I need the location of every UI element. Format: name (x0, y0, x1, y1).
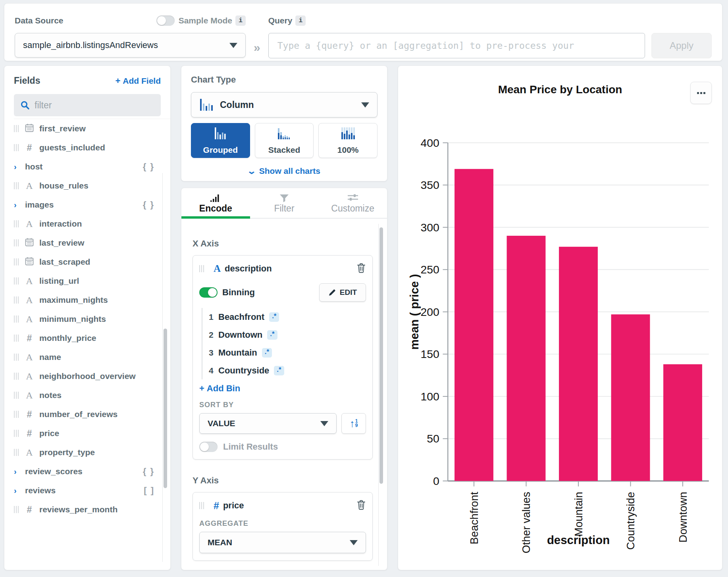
bar-mountain[interactable] (559, 247, 598, 481)
date-type-icon (23, 123, 35, 134)
bin-item-mountain[interactable]: 3Mountain.* (209, 344, 366, 362)
field-item-last_review[interactable]: last_review (14, 233, 170, 252)
data-source-select[interactable]: sample_airbnb.listingsAndReviews (15, 33, 246, 58)
tab-filter[interactable]: Filter (250, 188, 319, 218)
field-item-property_type[interactable]: Aproperty_type (14, 443, 170, 462)
query-input[interactable] (268, 33, 645, 58)
svg-text:150: 150 (420, 348, 439, 360)
drag-handle[interactable] (14, 373, 19, 380)
svg-text:Mountain: Mountain (572, 492, 585, 537)
chevron-right-icon[interactable]: › (14, 486, 19, 495)
field-item-reviews[interactable]: ›reviews[ ] (14, 481, 170, 500)
drag-handle[interactable] (14, 506, 19, 513)
pencil-icon (328, 288, 336, 296)
tab-encode[interactable]: Encode (181, 188, 250, 218)
chevron-right-icon[interactable]: › (14, 200, 19, 210)
field-item-price[interactable]: #price (14, 424, 170, 443)
drag-handle[interactable] (14, 239, 19, 246)
field-item-guests_included[interactable]: #guests_included (14, 138, 170, 157)
edit-bins-button[interactable]: EDIT (319, 283, 366, 302)
drag-handle[interactable] (14, 296, 19, 304)
field-filter-box[interactable] (14, 94, 161, 116)
field-item-minimum_nights[interactable]: Aminimum_nights (14, 310, 170, 329)
sort-order-button[interactable]: ↑ 19 (341, 413, 366, 434)
x-axis-field-name: description (225, 263, 272, 274)
bin-item-countryside[interactable]: 4Countryside.* (209, 362, 366, 379)
drag-handle[interactable] (14, 392, 19, 399)
drag-handle[interactable] (14, 354, 19, 361)
drag-handle[interactable] (14, 335, 19, 342)
chevron-down-icon: ⌄ (247, 166, 257, 176)
field-item-host[interactable]: ›host{ } (14, 157, 170, 176)
field-item-interaction[interactable]: Ainteraction (14, 214, 170, 233)
field-item-neighborhood_overview[interactable]: Aneighborhood_overview (14, 367, 170, 386)
bin-item-downtown[interactable]: 2Downtown.* (209, 326, 366, 344)
add-bin-button[interactable]: +Add Bin (199, 383, 240, 394)
drag-handle[interactable] (14, 315, 19, 323)
variant-100pct-button[interactable]: 100% (318, 123, 377, 158)
variant-stacked-button[interactable]: Stacked (255, 123, 314, 158)
x-axis-title: X Axis (193, 238, 373, 249)
limit-results-toggle[interactable] (199, 442, 218, 452)
field-item-listing_url[interactable]: Alisting_url (14, 271, 170, 290)
chevron-right-icon[interactable]: › (14, 467, 19, 476)
field-item-last_scraped[interactable]: last_scraped (14, 252, 170, 271)
drag-handle[interactable] (199, 502, 204, 509)
svg-text:Downtown: Downtown (677, 492, 689, 542)
field-item-reviews_per_month[interactable]: #reviews_per_month (14, 500, 170, 519)
bar-downtown[interactable] (663, 364, 702, 481)
customize-tab-icon (318, 193, 387, 202)
show-all-charts-link[interactable]: ⌄Show all charts (248, 166, 320, 175)
trash-icon[interactable] (356, 500, 366, 512)
array-brackets-icon: [ ] (144, 485, 154, 496)
field-name: guests_included (39, 143, 105, 152)
drag-handle[interactable] (14, 144, 19, 151)
field-item-monthly_price[interactable]: #monthly_price (14, 329, 170, 348)
encode-tab-icon (181, 193, 250, 202)
sample-mode-toggle[interactable] (156, 15, 175, 26)
info-icon[interactable]: i (235, 15, 246, 26)
field-name: neighborhood_overview (39, 371, 136, 381)
drag-handle[interactable] (14, 182, 19, 189)
drag-handle[interactable] (14, 125, 19, 132)
bar-countryside[interactable] (611, 314, 650, 481)
data-source-label: Data Source (15, 16, 64, 25)
binning-toggle[interactable] (199, 287, 218, 298)
tab-customize[interactable]: Customize (318, 188, 387, 218)
field-item-name[interactable]: Aname (14, 348, 170, 367)
field-item-house_rules[interactable]: Ahouse_rules (14, 176, 170, 195)
query-info-icon[interactable]: i (295, 15, 306, 26)
drag-handle[interactable] (14, 220, 19, 227)
aggregate-select[interactable]: MEAN (199, 532, 366, 553)
apply-button[interactable]: Apply (651, 33, 712, 58)
field-item-notes[interactable]: Anotes (14, 386, 170, 405)
variant-icon (212, 127, 229, 143)
drag-handle[interactable] (199, 265, 204, 272)
svg-text:50: 50 (427, 432, 439, 445)
field-item-images[interactable]: ›images{ } (14, 195, 170, 214)
trash-icon[interactable] (356, 263, 366, 275)
field-item-review_scores[interactable]: ›review_scores{ } (14, 462, 170, 481)
field-name: first_review (39, 124, 86, 133)
chevron-right-icon[interactable]: › (14, 162, 19, 171)
chart-panel: Mean Price by Location 05010015020025030… (398, 65, 722, 570)
bin-item-beachfront[interactable]: 1Beachfront.* (209, 308, 366, 326)
field-item-first_review[interactable]: first_review (14, 119, 170, 138)
sort-by-select[interactable]: VALUE (199, 413, 337, 434)
bar-beachfront[interactable] (455, 169, 493, 481)
drag-handle[interactable] (14, 277, 19, 285)
variant-grouped-button[interactable]: Grouped (191, 123, 250, 158)
bar-other-values[interactable] (507, 236, 546, 481)
field-item-maximum_nights[interactable]: Amaximum_nights (14, 290, 170, 310)
encode-scrollbar[interactable] (378, 224, 384, 566)
drag-handle[interactable] (14, 449, 19, 456)
drag-handle[interactable] (14, 430, 19, 437)
fields-scrollbar[interactable] (162, 173, 168, 562)
drag-handle[interactable] (14, 258, 19, 265)
chart-type-select[interactable]: Column (191, 92, 377, 117)
add-field-button[interactable]: +Add Field (115, 76, 161, 86)
drag-handle[interactable] (14, 411, 19, 418)
query-label: Query (268, 16, 293, 25)
field-filter-input[interactable] (35, 100, 130, 111)
field-item-number_of_reviews[interactable]: #number_of_reviews (14, 405, 170, 424)
